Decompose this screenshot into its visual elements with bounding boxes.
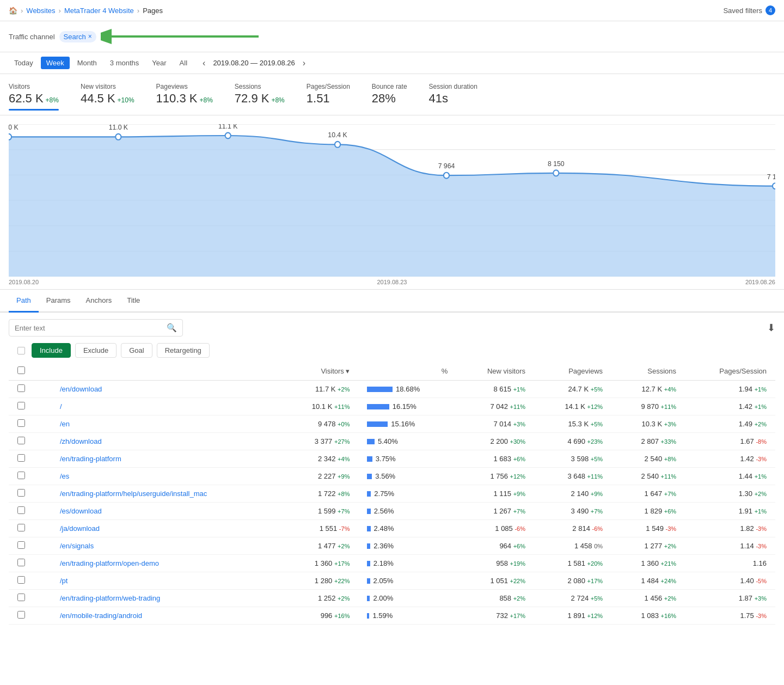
row-path-cell[interactable]: /es xyxy=(51,468,281,485)
breadcrumb-site[interactable]: MetaTrader 4 Website xyxy=(64,7,134,15)
filter-btn-goal[interactable]: Goal xyxy=(121,343,152,358)
pct-value: 2.18% xyxy=(373,559,394,567)
row-path-cell[interactable]: /en/trading-platform/web-trading xyxy=(51,590,281,607)
row-checkbox[interactable] xyxy=(17,524,25,531)
chart-svg: 12 K10 K8,0006,0004,0002,000011.0 K11.0 … xyxy=(9,124,775,277)
tab-params[interactable]: Params xyxy=(39,290,78,313)
download-button[interactable]: ⬇ xyxy=(767,322,775,334)
row-pageviews-cell: 1 581 +20% xyxy=(534,555,611,572)
row-path-cell[interactable]: /es/download xyxy=(51,503,281,520)
tab-anchors[interactable]: Anchors xyxy=(78,290,120,313)
chart-area: 12 K10 K8,0006,0004,0002,000011.0 K11.0 … xyxy=(0,115,784,290)
row-pageviews-cell: 14.1 K +12% xyxy=(534,398,611,415)
row-path-cell[interactable]: /en/trading-platform/open-demo xyxy=(51,555,281,572)
three-months-button[interactable]: 3 months xyxy=(105,57,144,69)
search-filter-close[interactable]: × xyxy=(88,33,92,40)
sort-arrow: ▾ xyxy=(346,367,350,375)
tab-path[interactable]: Path xyxy=(9,290,39,313)
s-change: +2% xyxy=(664,595,676,602)
row-path-cell[interactable]: /en/mobile-trading/android xyxy=(51,607,281,625)
filter-btn-exclude[interactable]: Exclude xyxy=(75,343,117,358)
filter-btn-include[interactable]: Include xyxy=(32,343,71,358)
metric-value: 110.3 K +8% xyxy=(156,91,213,106)
date-prev-button[interactable]: ‹ xyxy=(199,57,209,69)
pv-change: +5% xyxy=(591,456,603,462)
row-path-cell[interactable]: /zh/download xyxy=(51,433,281,450)
s-change: +33% xyxy=(661,438,676,445)
col-pps-header[interactable]: Pages/Session xyxy=(685,362,775,381)
pps-change: -8% xyxy=(756,438,767,445)
row-checkbox[interactable] xyxy=(17,402,25,409)
search-input[interactable] xyxy=(15,324,163,332)
saved-filters-badge: 4 xyxy=(765,5,775,15)
row-checkbox[interactable] xyxy=(17,489,25,497)
visitors-change: +2% xyxy=(338,595,350,602)
pct-value: 18.68% xyxy=(396,385,420,393)
traffic-channel-label: Traffic channel xyxy=(9,33,55,41)
table-row: /en/trading-platform 2 342 +4% 3.75% 1 6… xyxy=(9,450,775,468)
row-path-cell[interactable]: /ja/download xyxy=(51,520,281,537)
tab-title[interactable]: Title xyxy=(119,290,148,313)
row-indicator-cell xyxy=(34,485,51,503)
row-checkbox[interactable] xyxy=(17,506,25,514)
row-sessions-cell: 1 083 +16% xyxy=(611,607,685,625)
row-checkbox[interactable] xyxy=(17,384,25,392)
row-checkbox[interactable] xyxy=(17,611,25,619)
row-checkbox[interactable] xyxy=(17,594,25,601)
s-change: +7% xyxy=(664,491,676,497)
metric-name: Pages/Session xyxy=(307,83,350,90)
year-button[interactable]: Year xyxy=(146,57,171,69)
s-change: +8% xyxy=(664,456,676,462)
row-checkbox-cell xyxy=(9,398,34,415)
breadcrumb-websites[interactable]: Websites xyxy=(26,7,55,15)
breadcrumb-page: Pages xyxy=(143,7,163,15)
nv-change: +6% xyxy=(513,456,525,462)
home-icon[interactable]: 🏠 xyxy=(9,7,17,15)
row-path-cell[interactable]: /pt xyxy=(51,572,281,590)
col-pageviews-header[interactable]: Pageviews xyxy=(534,362,611,381)
row-checkbox[interactable] xyxy=(17,472,25,479)
row-indicator-cell xyxy=(34,572,51,590)
col-new-visitors-header[interactable]: New visitors xyxy=(456,362,534,381)
search-box[interactable]: 🔍 xyxy=(9,319,183,337)
col-visitors-header[interactable]: Visitors ▾ xyxy=(281,362,358,381)
today-button[interactable]: Today xyxy=(9,57,39,69)
row-checkbox[interactable] xyxy=(17,419,25,427)
row-indicator-cell xyxy=(34,537,51,555)
row-path-cell[interactable]: /en/trading-platform/help/userguide/inst… xyxy=(51,485,281,503)
search-filter-tag[interactable]: Search × xyxy=(59,31,96,42)
row-pct-cell: 2.56% xyxy=(358,503,456,520)
row-checkbox[interactable] xyxy=(17,576,25,584)
row-path-cell[interactable]: /en/download xyxy=(51,381,281,398)
pps-change: -3% xyxy=(756,543,767,549)
pv-change: +17% xyxy=(587,578,603,584)
row-checkbox[interactable] xyxy=(17,437,25,444)
row-path-cell[interactable]: / xyxy=(51,398,281,415)
saved-filters-button[interactable]: Saved filters 4 xyxy=(723,5,775,15)
row-path-cell[interactable]: /en xyxy=(51,415,281,433)
date-next-button[interactable]: › xyxy=(299,57,309,69)
row-pct-cell: 3.75% xyxy=(358,450,456,468)
row-path-cell[interactable]: /en/trading-platform xyxy=(51,450,281,468)
s-change: +6% xyxy=(664,508,676,515)
pct-value: 1.59% xyxy=(372,611,393,620)
table-row: /zh/download 3 377 +27% 5.40% 2 200 +30%… xyxy=(9,433,775,450)
row-path-cell[interactable]: /en/signals xyxy=(51,537,281,555)
metric-change: +8% xyxy=(271,96,284,104)
week-button[interactable]: Week xyxy=(41,57,70,69)
row-new-visitors-cell: 2 200 +30% xyxy=(456,433,534,450)
all-button[interactable]: All xyxy=(174,57,193,69)
table-row: /ja/download 1 551 -7% 2.48% 1 085 -6% 2… xyxy=(9,520,775,537)
pct-bar xyxy=(367,543,370,549)
metric-pages-session: Pages/Session 1.51 xyxy=(307,83,350,106)
filter-btn-retargeting[interactable]: Retargeting xyxy=(157,343,210,358)
svg-text:8 150: 8 150 xyxy=(548,160,565,168)
row-checkbox[interactable] xyxy=(17,559,25,566)
nv-change: +6% xyxy=(513,543,525,549)
month-button[interactable]: Month xyxy=(72,57,102,69)
visitors-change: -7% xyxy=(339,525,350,532)
select-all-checkbox[interactable] xyxy=(17,366,25,374)
row-checkbox[interactable] xyxy=(17,454,25,462)
row-checkbox[interactable] xyxy=(17,541,25,549)
col-sessions-header[interactable]: Sessions xyxy=(611,362,685,381)
